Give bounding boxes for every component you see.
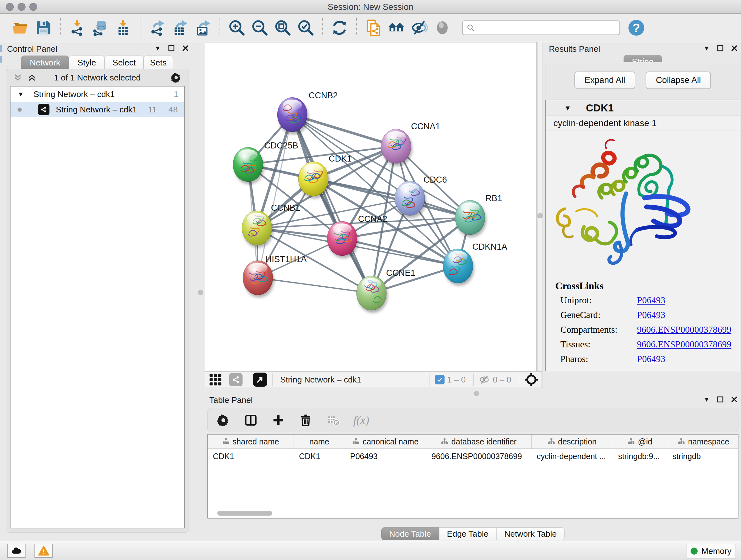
network-canvas[interactable]: CCNB2CCNA1CDC25BCDK1CDC6RB1CCNB1CCNA2CDK… <box>205 42 537 371</box>
crosslink-link[interactable]: P06493 <box>637 354 665 364</box>
horizontal-scrollbar-thumb[interactable] <box>217 511 272 516</box>
network-collection-row[interactable]: ▼ String Network – cdk1 1 <box>10 86 184 102</box>
network-edge[interactable] <box>292 115 372 293</box>
hide-graphics-details-icon[interactable] <box>410 18 428 37</box>
network-node-CDC6[interactable]: CDC6 <box>395 175 447 218</box>
delete-column-trash-icon[interactable] <box>298 413 313 428</box>
import-network-database-icon[interactable] <box>91 18 110 37</box>
tab-network-table[interactable]: Network Table <box>496 527 564 540</box>
network-right-scroll-strip[interactable] <box>537 42 542 388</box>
string-document-icon[interactable] <box>364 18 383 37</box>
memory-button[interactable]: Memory <box>686 544 736 558</box>
network-edge[interactable] <box>258 278 372 293</box>
zoom-fit-icon[interactable] <box>273 18 292 37</box>
network-type-share-icon[interactable] <box>229 373 243 386</box>
gene-expand-triangle[interactable]: ▼ <box>564 104 571 112</box>
network-row-selected[interactable]: String Network – cdk1 11 48 <box>10 102 184 117</box>
table-row[interactable]: CDK1CDK1P064939606.ENSP00000378699cyclin… <box>208 449 738 463</box>
zoom-in-icon[interactable] <box>227 18 246 37</box>
close-panel-icon[interactable] <box>731 45 738 52</box>
collapse-panel-icon[interactable]: ▼ <box>703 396 710 402</box>
export-table-icon[interactable] <box>171 18 189 37</box>
export-network-icon[interactable] <box>148 18 166 37</box>
tab-network[interactable]: Network <box>21 56 69 70</box>
tab-sets[interactable]: Sets <box>144 56 173 70</box>
column-header-name[interactable]: name <box>294 435 345 449</box>
warning-status-button[interactable] <box>35 544 53 558</box>
presentation-mode-icon[interactable] <box>433 18 452 37</box>
table-cell[interactable]: CDK1 <box>294 449 345 463</box>
selected-indicator-checkbox[interactable] <box>435 375 445 384</box>
network-node-CDKN1A[interactable]: CDKN1A <box>443 242 508 286</box>
splitter-grip[interactable] <box>537 213 543 219</box>
gene-header-row[interactable]: ▼ CDK1 <box>546 100 740 116</box>
results-controls: Expand All Collapse All <box>545 62 740 98</box>
collection-expand-triangle[interactable]: ▼ <box>17 91 24 98</box>
collapse-all-button[interactable]: Collapse All <box>646 71 711 89</box>
crosslink-link[interactable]: 9606.ENSP00000378699 <box>637 339 731 350</box>
search-input[interactable] <box>475 23 619 33</box>
tab-select[interactable]: Select <box>105 56 144 70</box>
network-node-HIST1H1A[interactable]: HIST1H1A <box>243 254 307 298</box>
table-cell[interactable]: stringdb <box>667 449 738 463</box>
gene-description: cyclin-dependent kinase 1 <box>546 116 740 131</box>
splitter-grip[interactable] <box>198 290 203 295</box>
refresh-view-icon[interactable] <box>330 18 349 37</box>
float-panel-icon[interactable] <box>717 396 724 403</box>
collapse-panel-icon[interactable]: ▼ <box>703 45 710 51</box>
export-image-icon[interactable] <box>194 18 212 37</box>
network-node-RB1[interactable]: RB1 <box>455 193 502 237</box>
expand-all-button[interactable]: Expand All <box>575 71 636 89</box>
table-cell[interactable]: CDK1 <box>208 449 294 463</box>
float-panel-icon[interactable] <box>717 45 724 52</box>
function-builder-icon[interactable]: f(x) <box>353 414 369 427</box>
collapse-panel-icon[interactable]: ▼ <box>154 45 161 51</box>
column-header-database-identifier[interactable]: database identifier <box>426 435 532 449</box>
crosslink-link[interactable]: 9606.ENSP00000378699 <box>637 324 731 335</box>
help-icon[interactable]: ? <box>627 18 646 37</box>
table-options-gear-icon[interactable] <box>216 413 231 428</box>
column-header-description[interactable]: description <box>532 435 613 449</box>
open-session-icon[interactable] <box>11 18 30 37</box>
save-session-icon[interactable] <box>34 18 53 37</box>
import-table-file-icon[interactable] <box>114 18 132 37</box>
network-graph[interactable]: CCNB2CCNA1CDC25BCDK1CDC6RB1CCNB1CCNA2CDK… <box>205 43 536 371</box>
open-view-external-icon[interactable] <box>253 373 267 387</box>
network-options-gear-icon[interactable] <box>171 72 182 83</box>
birdseye-grid-icon[interactable] <box>208 373 222 387</box>
node-label-CCNA1: CCNA1 <box>411 122 441 131</box>
home-networks-icon[interactable] <box>387 18 406 37</box>
tab-node-table[interactable]: Node Table <box>381 527 439 540</box>
table-cell[interactable]: P06493 <box>345 449 426 463</box>
network-edge[interactable] <box>313 179 470 217</box>
column-header-namespace[interactable]: namespace <box>667 435 738 449</box>
network-view-footer: String Network – cdk1 1 – 0 0 – 0 <box>205 371 542 388</box>
table-cell[interactable]: 9606.ENSP00000378699 <box>426 449 532 463</box>
crosslink-link[interactable]: P06493 <box>637 310 665 320</box>
network-node-CCNE1[interactable]: CCNE1 <box>356 268 415 313</box>
footer-separator <box>248 374 248 386</box>
column-header-shared-name[interactable]: shared name <box>208 435 294 449</box>
zoom-selected-icon[interactable] <box>296 18 315 37</box>
tab-style[interactable]: Style <box>69 56 105 70</box>
center-view-crosshair-icon[interactable] <box>524 373 538 387</box>
import-network-file-icon[interactable] <box>68 18 86 37</box>
toolbar-separator <box>219 18 220 37</box>
close-panel-icon[interactable] <box>731 396 738 403</box>
tab-edge-table[interactable]: Edge Table <box>439 527 496 540</box>
column-header--id[interactable]: @id <box>613 435 667 449</box>
results-panel-title: Results Panel <box>549 44 600 54</box>
show-column-icon[interactable] <box>244 413 258 428</box>
create-column-plus-icon[interactable] <box>271 413 286 428</box>
float-panel-icon[interactable] <box>168 45 175 52</box>
hidden-eye-slash-icon[interactable] <box>479 374 490 385</box>
network-node-CCNB1[interactable]: CCNB1 <box>242 203 300 248</box>
table-cell[interactable]: cyclin-dependent ... <box>532 449 613 463</box>
column-header-canonical-name[interactable]: canonical name <box>345 435 426 449</box>
table-cell[interactable]: stringdb:9... <box>613 449 667 463</box>
zoom-out-icon[interactable] <box>251 18 269 37</box>
cloud-status-button[interactable] <box>7 544 25 558</box>
close-panel-icon[interactable] <box>182 45 189 52</box>
delete-table-icon[interactable] <box>326 413 340 428</box>
crosslink-link[interactable]: P06493 <box>637 295 665 306</box>
